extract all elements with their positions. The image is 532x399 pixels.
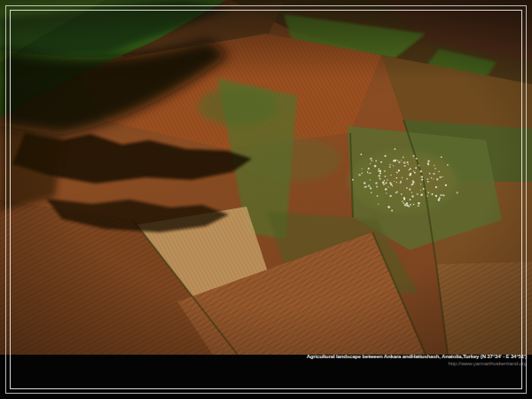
aerial-photo: [0, 0, 532, 355]
aerial-photo-painting: [0, 0, 532, 355]
caption-url: http://www.yannarthusbertrand.org: [307, 361, 527, 367]
caption: Agricultural landscape between Ankara an…: [307, 354, 527, 366]
caption-title: Agricultural landscape between Ankara an…: [307, 354, 527, 360]
wallpaper-composition: Agricultural landscape between Ankara an…: [0, 0, 532, 399]
